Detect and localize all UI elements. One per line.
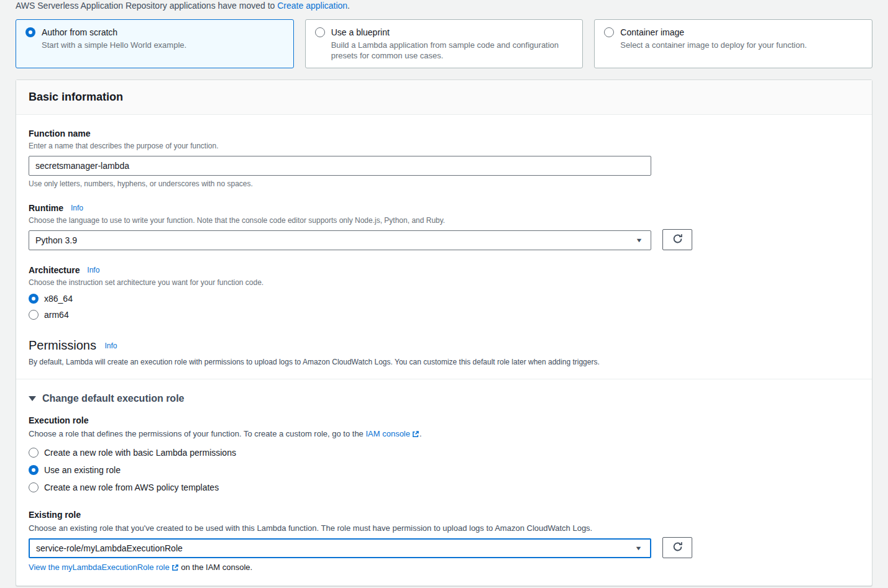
function-name-hint: Use only letters, numbers, hyphens, or u… xyxy=(29,179,859,188)
radio-use-existing-role[interactable]: Use an existing role xyxy=(29,465,859,475)
runtime-select[interactable]: Python 3.9 ▼ xyxy=(29,230,651,250)
runtime-selected-value: Python 3.9 xyxy=(35,235,77,245)
architecture-field: Architecture Info Choose the instruction… xyxy=(29,264,859,320)
tile-title: Container image xyxy=(620,27,807,38)
refresh-runtime-button[interactable] xyxy=(662,229,692,250)
permissions-description: By default, Lambda will create an execut… xyxy=(29,358,859,366)
refresh-roles-button[interactable] xyxy=(662,537,692,558)
tile-title: Author from scratch xyxy=(42,27,186,38)
change-default-execution-role-expander[interactable]: Change default execution role xyxy=(29,379,859,405)
radio-selected-icon xyxy=(29,465,39,475)
refresh-icon xyxy=(672,541,683,554)
basic-information-panel: Basic information Function name Enter a … xyxy=(16,79,872,586)
radio-unselected-icon xyxy=(29,482,39,492)
execution-role-field: Execution role Choose a role that define… xyxy=(29,414,859,492)
tile-title: Use a blueprint xyxy=(331,27,574,38)
notice-suffix: . xyxy=(347,1,350,11)
existing-role-label: Existing role xyxy=(29,509,859,521)
create-function-page: AWS Serverless Application Repository ap… xyxy=(0,0,888,588)
triangle-down-icon xyxy=(29,396,36,401)
view-role-link[interactable]: View the myLambdaExecutionRole role xyxy=(29,563,170,572)
permissions-title: Permissions xyxy=(29,338,96,352)
runtime-label: Runtime xyxy=(29,203,63,213)
tile-description: Build a Lambda application from sample c… xyxy=(331,40,574,61)
external-link-icon xyxy=(412,430,419,440)
radio-selected-icon xyxy=(29,294,39,304)
radio-x86-64[interactable]: x86_64 xyxy=(29,294,859,304)
architecture-label: Architecture xyxy=(29,265,80,275)
permissions-info-link[interactable]: Info xyxy=(104,341,117,350)
tile-description: Select a container image to deploy for y… xyxy=(620,40,807,50)
radio-unselected-icon xyxy=(315,27,325,37)
radio-unselected-icon xyxy=(29,310,39,320)
function-name-description: Enter a name that describes the purpose … xyxy=(29,141,859,151)
chevron-down-icon: ▼ xyxy=(635,237,643,243)
creation-option-tiles: Author from scratch Start with a simple … xyxy=(16,19,872,68)
view-role-suffix: on the IAM console. xyxy=(179,563,253,572)
chevron-down-icon: ▼ xyxy=(634,545,642,551)
architecture-description: Choose the instruction set architecture … xyxy=(29,278,859,287)
panel-body: Function name Enter a name that describe… xyxy=(16,115,872,586)
function-name-input[interactable] xyxy=(29,156,651,176)
expander-title: Change default execution role xyxy=(42,393,184,404)
runtime-description: Choose the language to use to write your… xyxy=(29,215,859,225)
radio-arm64[interactable]: arm64 xyxy=(29,310,859,320)
existing-role-field: Existing role Choose an existing role th… xyxy=(29,509,859,573)
panel-title: Basic information xyxy=(29,91,859,104)
radio-label: arm64 xyxy=(44,310,69,320)
execution-role-label: Execution role xyxy=(29,414,859,427)
create-application-link[interactable]: Create application xyxy=(277,1,347,11)
radio-create-new-role-basic[interactable]: Create a new role with basic Lambda perm… xyxy=(29,448,859,458)
panel-header: Basic information xyxy=(16,80,872,115)
tile-use-a-blueprint[interactable]: Use a blueprint Build a Lambda applicati… xyxy=(305,19,584,68)
tile-author-from-scratch[interactable]: Author from scratch Start with a simple … xyxy=(16,19,294,68)
radio-unselected-icon xyxy=(604,27,614,37)
tile-container-image[interactable]: Container image Select a container image… xyxy=(594,19,872,68)
refresh-icon xyxy=(672,233,683,246)
function-name-label: Function name xyxy=(29,127,859,140)
iam-console-link[interactable]: IAM console xyxy=(365,429,410,438)
radio-label: Create a new role with basic Lambda perm… xyxy=(44,448,236,458)
architecture-info-link[interactable]: Info xyxy=(87,266,99,274)
radio-label: Create a new role from AWS policy templa… xyxy=(44,482,219,492)
permissions-section: Permissions Info By default, Lambda will… xyxy=(29,338,859,366)
external-link-icon xyxy=(172,564,179,573)
sar-moved-notice: AWS Serverless Application Repository ap… xyxy=(16,0,872,11)
radio-selected-icon xyxy=(25,27,35,37)
existing-role-description: Choose an existing role that you've crea… xyxy=(29,523,859,533)
radio-label: x86_64 xyxy=(44,294,73,304)
description-suffix: . xyxy=(419,429,422,438)
runtime-field: Runtime Info Choose the language to use … xyxy=(29,202,859,250)
radio-label: Use an existing role xyxy=(44,465,121,475)
view-role-line: View the myLambdaExecutionRole role on t… xyxy=(29,563,859,573)
function-name-field: Function name Enter a name that describe… xyxy=(29,127,859,188)
radio-create-role-from-templates[interactable]: Create a new role from AWS policy templa… xyxy=(29,482,859,492)
radio-unselected-icon xyxy=(29,448,39,458)
description-prefix: Choose a role that defines the permissio… xyxy=(29,429,365,438)
runtime-info-link[interactable]: Info xyxy=(71,204,83,212)
tile-description: Start with a simple Hello World example. xyxy=(42,40,186,50)
existing-role-selected-value: service-role/myLambdaExecutionRole xyxy=(36,543,183,553)
execution-role-description: Choose a role that defines the permissio… xyxy=(29,428,859,440)
existing-role-select[interactable]: service-role/myLambdaExecutionRole ▼ xyxy=(29,538,651,558)
notice-text: AWS Serverless Application Repository ap… xyxy=(16,1,277,11)
